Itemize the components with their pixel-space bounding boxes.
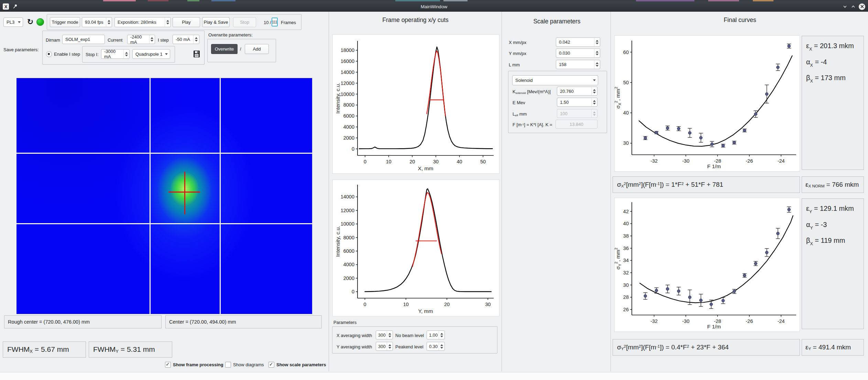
- panel-separator[interactable]: [502, 12, 502, 371]
- show-diagrams-checkbox[interactable]: Show diagrams: [225, 362, 264, 368]
- epsilon-x-value: εX = 201.3 mkm: [806, 40, 854, 56]
- panel-separator[interactable]: [611, 12, 611, 371]
- alpha-y-value: αY = -3: [806, 218, 854, 235]
- fwhm-x-box: FWHMX = 5.67 mm: [3, 341, 86, 358]
- minimize-icon[interactable]: [842, 4, 848, 9]
- grid-hline: [17, 153, 312, 154]
- checkbox-icon[interactable]: [165, 362, 171, 368]
- svg-text:Intensity, c.u.: Intensity, c.u.: [335, 226, 341, 257]
- grid-vline: [150, 78, 151, 314]
- svg-text:40: 40: [457, 159, 462, 164]
- svg-text:16000: 16000: [341, 58, 354, 64]
- spin-arrows-icon[interactable]: [193, 35, 199, 44]
- k-solenoid-spinbox[interactable]: 20.760: [557, 87, 597, 96]
- no-beam-spinbox[interactable]: 1.00: [427, 330, 445, 339]
- svg-text:-26: -26: [746, 318, 753, 324]
- f-formula-label: F [m-1] = K*I [A]. K =: [513, 122, 552, 127]
- overwrite-button[interactable]: Overwrite: [211, 44, 238, 54]
- spin-arrows-icon[interactable]: [149, 35, 155, 44]
- svg-text:30: 30: [623, 140, 629, 146]
- l-eff-label: Leff mm: [513, 111, 527, 117]
- fps-spinbox[interactable]: 93.04 fps: [82, 17, 112, 27]
- svg-text:40: 40: [623, 221, 629, 226]
- spin-arrows-icon[interactable]: [594, 49, 600, 57]
- checkbox-icon[interactable]: [268, 362, 274, 368]
- svg-text:12000: 12000: [341, 80, 354, 86]
- spin-arrows-icon[interactable]: [591, 98, 597, 106]
- beam-frame-image[interactable]: [17, 78, 312, 314]
- play-save-button[interactable]: Play & Save: [202, 17, 230, 27]
- x-mmpx-spinbox[interactable]: 0.042: [556, 37, 600, 47]
- spin-arrows-icon[interactable]: [106, 18, 112, 27]
- refresh-icon[interactable]: ↻: [25, 17, 35, 27]
- current-spinbox[interactable]: -2400 mA: [127, 35, 155, 44]
- play-button[interactable]: Play: [173, 17, 200, 27]
- final-panel-title: Final curves: [612, 17, 868, 24]
- checkbox-icon[interactable]: [225, 362, 231, 368]
- spin-arrows-icon[interactable]: [387, 342, 393, 350]
- sigma-y2-plot-card: -32-30-28-26-24262830323436384042F 1/mσY…: [614, 198, 800, 332]
- spin-arrows-icon[interactable]: [123, 50, 129, 58]
- svg-text:6000: 6000: [343, 248, 354, 254]
- l-mm-spinbox[interactable]: 158: [556, 60, 600, 69]
- spin-arrows-icon[interactable]: [594, 60, 600, 69]
- beta-y-value: βX = 119 mm: [806, 234, 854, 250]
- epsilon-x-norm-box: εX NORM = 766 mkm: [802, 176, 864, 193]
- spin-arrows-icon[interactable]: [594, 38, 600, 46]
- add-button[interactable]: Add: [245, 44, 269, 54]
- stop-i-spinbox[interactable]: -3000 mA: [101, 49, 130, 59]
- close-icon[interactable]: [859, 3, 865, 10]
- device-select[interactable]: PL3: [3, 18, 23, 27]
- x-averaging-spinbox[interactable]: 300: [376, 330, 393, 339]
- spin-arrows-icon[interactable]: [387, 331, 393, 339]
- chevron-down-icon: [591, 76, 598, 85]
- sigma-y2-plot: -32-30-28-26-24262830323436384042F 1/mσY…: [615, 198, 800, 332]
- svg-text:20: 20: [444, 302, 450, 307]
- grid-vline: [220, 78, 221, 314]
- scale-panel-title: Scale parameters: [504, 18, 610, 25]
- stop-button[interactable]: Stop: [233, 17, 256, 27]
- peakend-spinbox[interactable]: 0.30: [427, 342, 445, 351]
- svg-text:4000: 4000: [343, 262, 354, 267]
- maximize-icon[interactable]: [850, 4, 856, 9]
- svg-text:12000: 12000: [341, 208, 354, 213]
- spin-arrows-icon[interactable]: [439, 331, 444, 339]
- svg-text:X, mm: X, mm: [418, 165, 433, 171]
- radio-icon[interactable]: [46, 51, 52, 57]
- panel-separator[interactable]: [329, 12, 329, 371]
- svg-text:30: 30: [623, 282, 629, 288]
- window-title: MainWindow: [0, 4, 868, 9]
- dirnam-label: Dirnam: [46, 37, 60, 43]
- istep-spinbox[interactable]: -50 mA: [173, 35, 199, 44]
- trigger-mode-button[interactable]: Trigger mode: [50, 17, 80, 27]
- exposition-spinbox[interactable]: Exposition: 280mks: [114, 17, 171, 27]
- enable-istep-radio[interactable]: Enable I step: [46, 51, 80, 57]
- frames-input[interactable]: 111: [272, 18, 278, 26]
- spin-arrows-icon[interactable]: [165, 18, 171, 27]
- magnet-select[interactable]: Quadrupole 1: [132, 49, 170, 59]
- e-mev-spinbox[interactable]: 1.50: [557, 98, 597, 107]
- k-solenoid-label: Ksolenoid [Mev/(m*A)]: [513, 89, 551, 95]
- svg-text:0: 0: [352, 146, 354, 152]
- fps-value: 93.04 fps: [85, 20, 103, 25]
- svg-text:14000: 14000: [341, 194, 354, 199]
- show-frame-processing-checkbox[interactable]: Show frame processing: [165, 362, 223, 368]
- lens-select[interactable]: Solenoid: [512, 75, 598, 85]
- save-disk-button[interactable]: [192, 49, 201, 59]
- y-averaging-spinbox[interactable]: 300: [376, 342, 393, 351]
- l-mm-label: L mm: [509, 62, 520, 67]
- dirnam-input[interactable]: SOLM_exp1: [62, 35, 105, 44]
- spin-arrows-icon[interactable]: [439, 342, 444, 350]
- svg-text:14000: 14000: [341, 69, 354, 75]
- svg-text:18000: 18000: [341, 47, 354, 53]
- overwrite-params-label: Overwrite parameters:: [208, 32, 253, 37]
- parameters-title: Parameters: [333, 320, 356, 325]
- svg-text:-30: -30: [682, 318, 690, 324]
- y-mmpx-spinbox[interactable]: 0.030: [556, 48, 600, 58]
- l-eff-spinbox[interactable]: 100: [557, 109, 597, 118]
- show-scale-parameters-checkbox[interactable]: Show scale parameters: [268, 362, 326, 368]
- svg-text:10: 10: [403, 302, 409, 307]
- svg-text:10: 10: [386, 159, 392, 164]
- svg-text:-24: -24: [778, 158, 785, 164]
- spin-arrows-icon[interactable]: [591, 87, 597, 95]
